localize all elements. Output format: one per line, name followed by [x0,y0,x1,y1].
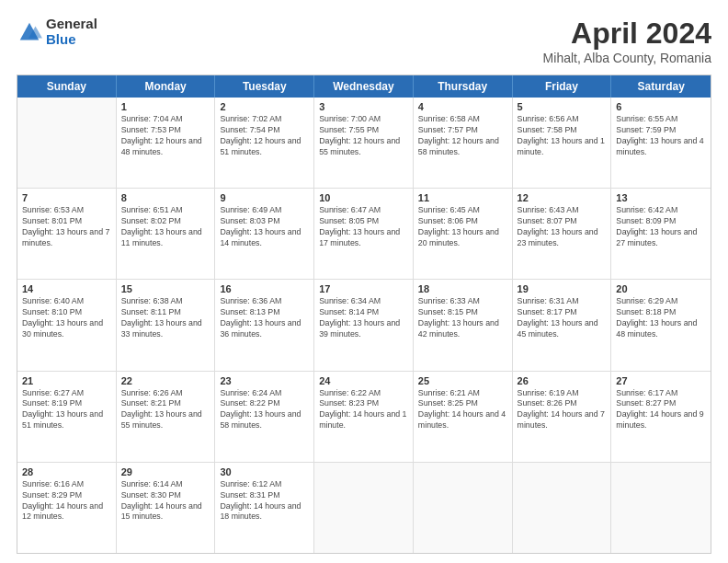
calendar-cell: 5Sunrise: 6:56 AMSunset: 7:58 PMDaylight… [513,98,612,188]
day-info: Sunrise: 6:22 AMSunset: 8:23 PMDaylight:… [319,388,408,432]
logo-text: General Blue [46,17,97,47]
calendar-cell: 21Sunrise: 6:27 AMSunset: 8:19 PMDayligh… [17,372,117,462]
calendar-cell: 27Sunrise: 6:17 AMSunset: 8:27 PMDayligh… [611,372,711,462]
calendar-row: 1Sunrise: 7:04 AMSunset: 7:53 PMDaylight… [17,98,711,189]
calendar-cell: 12Sunrise: 6:43 AMSunset: 8:07 PMDayligh… [513,189,612,279]
day-info: Sunrise: 6:21 AMSunset: 8:25 PMDaylight:… [418,388,507,432]
day-info: Sunrise: 7:02 AMSunset: 7:54 PMDaylight:… [220,114,309,158]
day-number: 26 [518,375,607,386]
day-info: Sunrise: 6:55 AMSunset: 7:59 PMDaylight:… [616,114,706,158]
calendar-cell: 9Sunrise: 6:49 AMSunset: 8:03 PMDaylight… [215,189,314,279]
day-number: 5 [518,101,607,112]
day-number: 17 [319,283,408,294]
title-block: April 2024 Mihalt, Alba County, Romania [543,17,711,65]
weekday-header: Thursday [414,75,513,98]
title-month: April 2024 [543,17,711,51]
day-number: 3 [319,101,408,112]
day-number: 25 [418,375,507,386]
day-info: Sunrise: 6:29 AMSunset: 8:18 PMDaylight:… [616,296,706,340]
weekday-header: Wednesday [314,75,414,98]
day-number: 11 [418,192,507,203]
calendar-cell: 30Sunrise: 6:12 AMSunset: 8:31 PMDayligh… [215,463,314,553]
calendar-cell: 20Sunrise: 6:29 AMSunset: 8:18 PMDayligh… [611,280,711,370]
day-number: 30 [220,466,309,477]
day-number: 14 [22,283,111,294]
day-info: Sunrise: 6:17 AMSunset: 8:27 PMDaylight:… [616,388,706,432]
calendar-cell: 16Sunrise: 6:36 AMSunset: 8:13 PMDayligh… [215,280,314,370]
day-number: 29 [121,466,210,477]
logo: General Blue [17,17,97,47]
day-number: 22 [121,375,210,386]
calendar-cell: 28Sunrise: 6:16 AMSunset: 8:29 PMDayligh… [17,463,117,553]
weekday-header: Tuesday [215,75,314,98]
calendar-cell: 13Sunrise: 6:42 AMSunset: 8:09 PMDayligh… [611,189,711,279]
day-info: Sunrise: 6:34 AMSunset: 8:14 PMDaylight:… [319,296,408,340]
calendar-cell: 7Sunrise: 6:53 AMSunset: 8:01 PMDaylight… [17,189,117,279]
day-info: Sunrise: 6:19 AMSunset: 8:26 PMDaylight:… [518,388,607,432]
day-number: 1 [121,101,210,112]
logo-blue-text: Blue [46,32,97,48]
day-info: Sunrise: 6:49 AMSunset: 8:03 PMDaylight:… [220,205,309,249]
day-info: Sunrise: 6:31 AMSunset: 8:17 PMDaylight:… [518,296,607,340]
day-number: 2 [220,101,309,112]
logo-icon [17,19,42,45]
calendar-cell: 3Sunrise: 7:00 AMSunset: 7:55 PMDaylight… [314,98,414,188]
weekday-header: Sunday [17,75,117,98]
day-info: Sunrise: 6:45 AMSunset: 8:06 PMDaylight:… [418,205,507,249]
calendar-cell: 11Sunrise: 6:45 AMSunset: 8:06 PMDayligh… [414,189,513,279]
calendar-cell: 8Sunrise: 6:51 AMSunset: 8:02 PMDaylight… [117,189,216,279]
calendar-cell: 14Sunrise: 6:40 AMSunset: 8:10 PMDayligh… [17,280,117,370]
day-info: Sunrise: 6:36 AMSunset: 8:13 PMDaylight:… [220,296,309,340]
calendar-row: 7Sunrise: 6:53 AMSunset: 8:01 PMDaylight… [17,189,711,280]
calendar-cell: 15Sunrise: 6:38 AMSunset: 8:11 PMDayligh… [117,280,216,370]
calendar-cell: 18Sunrise: 6:33 AMSunset: 8:15 PMDayligh… [414,280,513,370]
day-number: 7 [22,192,111,203]
day-number: 4 [418,101,507,112]
calendar-row: 21Sunrise: 6:27 AMSunset: 8:19 PMDayligh… [17,372,711,463]
day-info: Sunrise: 6:24 AMSunset: 8:22 PMDaylight:… [220,388,309,432]
calendar-body: 1Sunrise: 7:04 AMSunset: 7:53 PMDaylight… [17,98,711,553]
calendar-cell: 23Sunrise: 6:24 AMSunset: 8:22 PMDayligh… [215,372,314,462]
calendar-cell [414,463,513,553]
day-info: Sunrise: 6:38 AMSunset: 8:11 PMDaylight:… [121,296,210,340]
day-info: Sunrise: 6:33 AMSunset: 8:15 PMDaylight:… [418,296,507,340]
day-info: Sunrise: 6:26 AMSunset: 8:21 PMDaylight:… [121,388,210,432]
calendar-cell [17,98,117,188]
day-number: 10 [319,192,408,203]
day-number: 9 [220,192,309,203]
weekday-header: Saturday [611,75,711,98]
calendar-cell: 25Sunrise: 6:21 AMSunset: 8:25 PMDayligh… [414,372,513,462]
day-info: Sunrise: 6:14 AMSunset: 8:30 PMDaylight:… [121,479,210,523]
day-number: 8 [121,192,210,203]
calendar-cell: 19Sunrise: 6:31 AMSunset: 8:17 PMDayligh… [513,280,612,370]
calendar-cell: 26Sunrise: 6:19 AMSunset: 8:26 PMDayligh… [513,372,612,462]
calendar-cell [513,463,612,553]
calendar-cell [611,463,711,553]
day-info: Sunrise: 6:27 AMSunset: 8:19 PMDaylight:… [22,388,111,432]
day-info: Sunrise: 6:40 AMSunset: 8:10 PMDaylight:… [22,296,111,340]
calendar-cell: 4Sunrise: 6:58 AMSunset: 7:57 PMDaylight… [414,98,513,188]
day-info: Sunrise: 7:00 AMSunset: 7:55 PMDaylight:… [319,114,408,158]
day-info: Sunrise: 6:51 AMSunset: 8:02 PMDaylight:… [121,205,210,249]
day-info: Sunrise: 6:12 AMSunset: 8:31 PMDaylight:… [220,479,309,523]
calendar-cell: 6Sunrise: 6:55 AMSunset: 7:59 PMDaylight… [611,98,711,188]
calendar-cell [314,463,414,553]
day-number: 21 [22,375,111,386]
calendar-cell: 29Sunrise: 6:14 AMSunset: 8:30 PMDayligh… [117,463,216,553]
day-info: Sunrise: 6:16 AMSunset: 8:29 PMDaylight:… [22,479,111,523]
day-number: 20 [616,283,706,294]
calendar-header: SundayMondayTuesdayWednesdayThursdayFrid… [17,75,711,98]
calendar: SundayMondayTuesdayWednesdayThursdayFrid… [17,75,711,554]
calendar-row: 28Sunrise: 6:16 AMSunset: 8:29 PMDayligh… [17,463,711,553]
day-number: 27 [616,375,706,386]
day-number: 18 [418,283,507,294]
day-info: Sunrise: 6:43 AMSunset: 8:07 PMDaylight:… [518,205,607,249]
day-number: 28 [22,466,111,477]
day-info: Sunrise: 7:04 AMSunset: 7:53 PMDaylight:… [121,114,210,158]
logo-general-text: General [46,17,97,32]
day-number: 12 [518,192,607,203]
day-number: 6 [616,101,706,112]
title-location: Mihalt, Alba County, Romania [543,51,711,65]
calendar-row: 14Sunrise: 6:40 AMSunset: 8:10 PMDayligh… [17,280,711,371]
day-number: 24 [319,375,408,386]
